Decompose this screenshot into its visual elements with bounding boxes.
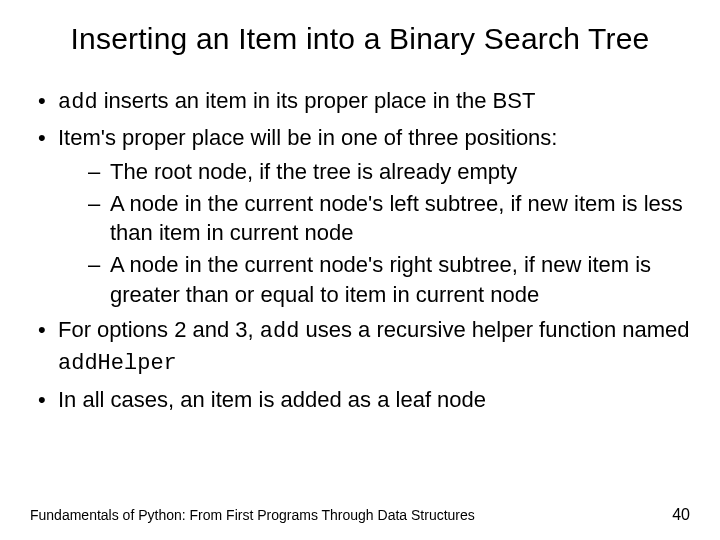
sub-item-2: A node in the current node's left subtre…: [58, 189, 690, 248]
bullet-item-2: Item's proper place will be in one of th…: [30, 123, 690, 309]
bullet-1-text: inserts an item in its proper place in t…: [98, 88, 536, 113]
bullet-3-text-mid: uses a recursive helper function named: [299, 317, 689, 342]
bullet-2-text: Item's proper place will be in one of th…: [58, 125, 557, 150]
bullet-item-4: In all cases, an item is added as a leaf…: [30, 385, 690, 415]
slide-content: add inserts an item in its proper place …: [30, 86, 690, 415]
bullet-item-3: For options 2 and 3, add uses a recursiv…: [30, 315, 690, 378]
footer-source: Fundamentals of Python: From First Progr…: [30, 507, 475, 523]
slide-title: Inserting an Item into a Binary Search T…: [30, 20, 690, 58]
bullet-list: add inserts an item in its proper place …: [30, 86, 690, 415]
slide-footer: Fundamentals of Python: From First Progr…: [30, 506, 690, 524]
bullet-3-text-before: For options 2 and 3,: [58, 317, 260, 342]
code-add: add: [58, 90, 98, 115]
sub-item-1: The root node, if the tree is already em…: [58, 157, 690, 187]
code-addhelper: addHelper: [58, 351, 177, 376]
sub-list: The root node, if the tree is already em…: [58, 157, 690, 309]
bullet-item-1: add inserts an item in its proper place …: [30, 86, 690, 118]
bullet-4-text: In all cases, an item is added as a leaf…: [58, 387, 486, 412]
sub-item-3: A node in the current node's right subtr…: [58, 250, 690, 309]
code-add-2: add: [260, 319, 300, 344]
page-number: 40: [672, 506, 690, 524]
